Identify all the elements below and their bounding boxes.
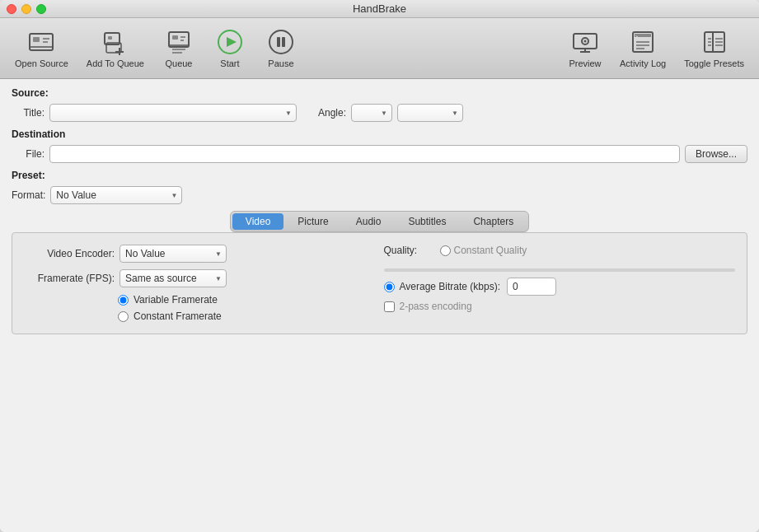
svg-rect-20 <box>277 37 280 47</box>
svg-rect-21 <box>282 37 285 47</box>
video-encoder-label: Video Encoder: <box>24 248 115 259</box>
toggle-presets-button[interactable]: Toggle Presets <box>676 26 752 72</box>
file-label: File: <box>12 148 45 160</box>
open-source-icon <box>28 29 54 55</box>
queue-button[interactable]: Queue <box>154 26 204 72</box>
variable-framerate-option[interactable]: Variable Framerate <box>118 294 376 306</box>
video-encoder-row: Video Encoder: No Value <box>24 245 376 263</box>
add-to-queue-label: Add To Queue <box>87 58 144 68</box>
minimize-button[interactable] <box>21 4 31 14</box>
quality-header-row: Quality: Constant Quality <box>384 245 736 256</box>
two-pass-row: 2-pass encoding <box>384 301 736 312</box>
preview-icon <box>572 29 598 55</box>
file-row: File: Browse... <box>12 145 747 163</box>
constant-quality-label: Constant Quality <box>454 245 527 256</box>
tab-subtitles[interactable]: Subtitles <box>395 213 459 230</box>
angle-label: Angle: <box>318 107 346 119</box>
main-content: Source: Title: Angle: Destination <box>0 79 759 532</box>
start-icon <box>217 29 243 55</box>
main-window: HandBrake Open Source <box>0 0 759 532</box>
average-bitrate-option[interactable]: Average Bitrate (kbps): <box>384 281 501 292</box>
angle-select-wrapper <box>351 104 392 122</box>
add-to-queue-icon <box>102 29 129 55</box>
constant-framerate-label: Constant Framerate <box>134 310 222 322</box>
format-row: Format: No Value <box>12 186 747 204</box>
two-pass-label: 2-pass encoding <box>400 301 472 312</box>
svg-point-19 <box>269 30 293 54</box>
framerate-row: Framerate (FPS): Same as source <box>24 269 376 287</box>
variable-framerate-label: Variable Framerate <box>134 294 218 306</box>
title-select-wrapper <box>49 104 297 122</box>
framerate-select[interactable]: Same as source <box>119 269 227 287</box>
quality-slider-container <box>384 263 736 274</box>
queue-label: Queue <box>165 58 192 68</box>
title-label: Title: <box>12 107 45 119</box>
toggle-presets-label: Toggle Presets <box>684 58 744 68</box>
average-bitrate-radio[interactable] <box>384 282 395 292</box>
quality-slider[interactable] <box>384 268 736 272</box>
maximize-button[interactable] <box>36 4 46 14</box>
open-source-label: Open Source <box>15 58 68 68</box>
browse-button[interactable]: Browse... <box>685 145 747 163</box>
framerate-select-wrapper: Same as source <box>119 269 227 287</box>
destination-section-label: Destination <box>12 128 747 140</box>
start-label: Start <box>220 58 239 68</box>
constant-framerate-radio[interactable] <box>118 311 129 322</box>
title-select[interactable] <box>49 104 297 122</box>
title-row: Title: Angle: <box>12 104 747 122</box>
format-select[interactable]: No Value <box>50 186 182 204</box>
pause-label: Pause <box>268 58 293 68</box>
preset-section-label: Preset: <box>12 170 747 181</box>
tab-picture[interactable]: Picture <box>284 213 341 230</box>
toolbar-right: Preview >_ Activity Log <box>560 26 752 72</box>
add-to-queue-button[interactable]: Add To Queue <box>78 26 152 72</box>
encoder-left: Video Encoder: No Value Framerate (FPS):… <box>24 245 376 322</box>
titlebar: HandBrake <box>0 0 759 18</box>
svg-point-24 <box>583 40 586 42</box>
constant-quality-option[interactable]: Constant Quality <box>440 245 527 256</box>
window-title: HandBrake <box>353 2 406 15</box>
svg-rect-11 <box>172 35 178 40</box>
tabs-container: Video Picture Audio Subtitles Chapters <box>12 211 747 232</box>
svg-rect-6 <box>108 36 112 40</box>
activity-log-icon: >_ <box>630 29 656 55</box>
average-bitrate-input[interactable] <box>507 278 556 296</box>
variable-framerate-radio[interactable] <box>118 295 129 306</box>
video-encoder-select-wrapper: No Value <box>119 245 227 263</box>
angle-value-select[interactable] <box>397 104 463 122</box>
start-button[interactable]: Start <box>205 26 255 72</box>
queue-icon <box>166 29 192 55</box>
toolbar: Open Source Add To Queue <box>0 18 759 79</box>
svg-rect-1 <box>33 37 40 42</box>
activity-log-label: Activity Log <box>620 58 666 68</box>
pause-button[interactable]: Pause <box>256 26 306 72</box>
quality-label: Quality: <box>384 245 433 256</box>
video-encoder-select[interactable]: No Value <box>119 245 227 263</box>
format-select-wrapper: No Value <box>50 186 182 204</box>
encoder-panel: Video Encoder: No Value Framerate (FPS):… <box>12 232 747 334</box>
two-pass-checkbox[interactable] <box>384 301 395 312</box>
tab-audio[interactable]: Audio <box>343 213 395 230</box>
format-label: Format: <box>12 189 45 201</box>
file-input[interactable] <box>49 145 680 163</box>
angle-value-select-wrapper <box>397 104 463 122</box>
pause-icon <box>268 29 294 55</box>
close-button[interactable] <box>7 4 16 14</box>
angle-select[interactable] <box>351 104 392 122</box>
constant-framerate-option[interactable]: Constant Framerate <box>118 310 376 322</box>
svg-rect-0 <box>30 34 53 50</box>
source-section-label: Source: <box>12 87 747 99</box>
average-bitrate-label: Average Bitrate (kbps): <box>400 281 501 292</box>
traffic-lights <box>7 4 46 14</box>
tab-bar: Video Picture Audio Subtitles Chapters <box>230 211 529 232</box>
activity-log-button[interactable]: >_ Activity Log <box>611 26 674 72</box>
preview-label: Preview <box>569 58 601 68</box>
tab-chapters[interactable]: Chapters <box>460 213 527 230</box>
svg-marker-18 <box>227 37 237 47</box>
open-source-button[interactable]: Open Source <box>7 26 77 72</box>
preview-button[interactable]: Preview <box>560 26 610 72</box>
tab-video[interactable]: Video <box>232 213 283 230</box>
framerate-label: Framerate (FPS): <box>24 273 115 284</box>
encoder-grid: Video Encoder: No Value Framerate (FPS):… <box>24 245 735 322</box>
constant-quality-radio[interactable] <box>440 245 451 256</box>
